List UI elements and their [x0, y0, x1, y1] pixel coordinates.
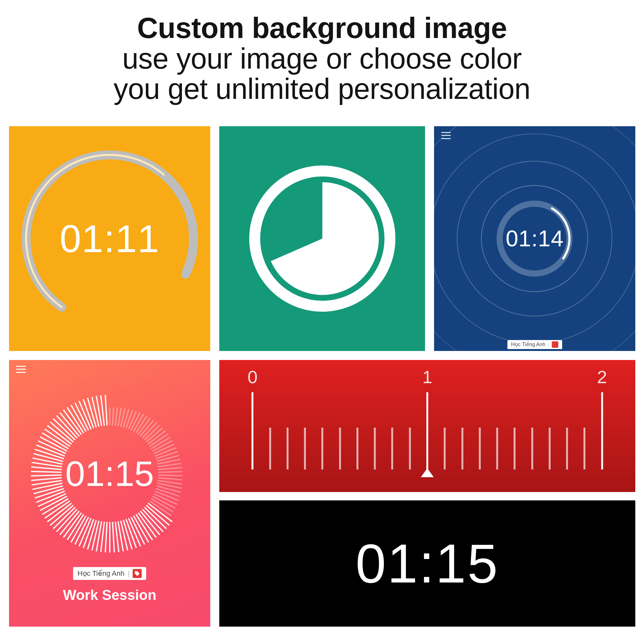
theme-tile-navy[interactable]: 01:14 Học Tiếng Anh |: [434, 126, 635, 351]
headline-line2: use your image or choose color: [26, 43, 618, 74]
theme-tile-teal[interactable]: [219, 126, 425, 351]
timer-value: 01:15: [26, 390, 194, 557]
theme-tile-orange[interactable]: 01:11: [9, 126, 210, 351]
ruler-tick-minor: [374, 428, 376, 469]
ruler-tick-minor: [461, 428, 463, 469]
ruler-tick-minor: [409, 428, 411, 469]
headline-block: Custom background image use your image o…: [0, 0, 644, 117]
ruler-tick-minor: [339, 428, 341, 469]
ruler-tick-minor: [356, 428, 358, 469]
ruler-tick-minor: [287, 428, 289, 469]
ruler-tick-major: [601, 392, 603, 469]
theme-grid: 01:11 01:14 Học Tiếng An: [0, 117, 644, 644]
ruler-tick-minor: [583, 428, 585, 469]
headline-title: Custom background image: [26, 13, 618, 43]
session-label: Work Session: [63, 587, 156, 603]
ruler-tick-minor: [391, 428, 393, 469]
radial-tick-dial: 01:15: [26, 390, 194, 557]
activity-tag[interactable]: Học Tiếng Anh |: [73, 567, 146, 580]
activity-tag-text: Học Tiếng Anh: [511, 341, 545, 347]
ruler-pointer-icon: [421, 468, 434, 477]
ruler-tick-minor: [531, 428, 533, 469]
ruler-number: 2: [597, 366, 607, 387]
tag-icon: [552, 341, 558, 348]
timer-value: 01:11: [60, 216, 159, 261]
theme-tile-black[interactable]: 01:15: [219, 500, 635, 627]
ruler-tick-minor: [304, 428, 306, 469]
ruler-tick-major: [251, 392, 253, 469]
ruler-tick-major: [426, 392, 428, 469]
ruler-tick-minor: [444, 428, 446, 469]
activity-tag-text: Học Tiếng Anh: [78, 569, 125, 578]
menu-icon[interactable]: [16, 366, 26, 373]
timer-value: 01:15: [355, 532, 499, 595]
ruler-tick-minor: [269, 428, 271, 469]
ruler-tick-minor: [514, 428, 516, 469]
ruler-number: 1: [422, 366, 432, 387]
activity-tag[interactable]: Học Tiếng Anh |: [507, 340, 562, 349]
theme-tile-coral[interactable]: 01:15 Học Tiếng Anh | Work Session: [9, 360, 210, 627]
ruler-number: 0: [248, 366, 258, 387]
ruler-tick-minor: [321, 428, 323, 469]
tag-icon: [133, 569, 142, 578]
ruler-tick-minor: [549, 428, 551, 469]
ruler-tick-minor: [496, 428, 498, 469]
pie-progress-icon: [248, 165, 396, 313]
ruler-tick-minor: [479, 428, 481, 469]
timer-value: 01:14: [506, 226, 563, 251]
headline-line3: you get unlimited personalization: [26, 74, 618, 104]
theme-tile-ruler[interactable]: 012: [219, 360, 635, 492]
ruler-tick-minor: [566, 428, 568, 469]
